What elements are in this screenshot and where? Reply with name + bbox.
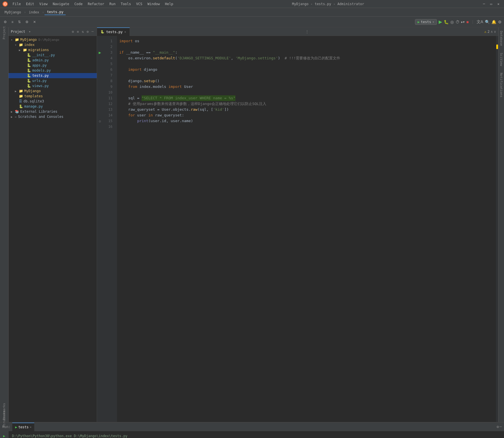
- structure-icon[interactable]: Structure: [1, 416, 7, 422]
- toolbar-settings-btn[interactable]: ⚙: [2, 19, 8, 25]
- run-tab-tests[interactable]: ▶ tests ✕: [12, 423, 34, 431]
- debug-button[interactable]: 🐛: [444, 20, 449, 24]
- menu-navigate[interactable]: Navigate: [51, 1, 72, 7]
- profile-button[interactable]: ⏱: [455, 20, 459, 24]
- coverage-button[interactable]: ◎: [450, 20, 454, 24]
- warning-marker: [496, 45, 498, 49]
- run-play-btn[interactable]: ▶: [1, 433, 7, 438]
- more-run-btn[interactable]: ▸▾: [461, 20, 465, 24]
- tree-item-tests[interactable]: ▶ 🐍 tests.py: [9, 73, 97, 78]
- editor-tab-label: tests.py: [106, 30, 123, 34]
- tree-label-admin: admin.py: [32, 58, 49, 62]
- code-area[interactable]: import os if __name__ == "__main__": os.…: [117, 36, 498, 422]
- tree-item-db[interactable]: ▶ 🗄 db.sqlite3: [9, 99, 97, 104]
- line-num-7: 7: [103, 72, 115, 78]
- breadcrumb-mydjango[interactable]: MyDjango: [2, 10, 23, 15]
- menu-run[interactable]: Run: [107, 1, 118, 7]
- menu-vcs[interactable]: VCS: [134, 1, 145, 7]
- tree-item-mydjango[interactable]: ▾ 📁 MyDjango D:\MyDjango: [9, 37, 97, 42]
- toolbar-more-btn[interactable]: ⚙: [24, 19, 30, 25]
- panel-settings-icon[interactable]: ⚙: [71, 29, 75, 34]
- minimize-button[interactable]: ─: [481, 1, 487, 7]
- tree-item-admin[interactable]: ▶ 🐍 admin.py: [9, 58, 97, 63]
- menu-view[interactable]: View: [37, 1, 50, 7]
- gutter-16: [97, 124, 103, 130]
- code-line-3: if __name__ == "__main__":: [119, 50, 498, 55]
- toolbar-commit-btn[interactable]: ≡: [10, 19, 15, 25]
- menu-window[interactable]: Window: [145, 1, 162, 7]
- gutter-12: [97, 101, 103, 107]
- line-num-16: 16: [103, 124, 115, 130]
- menu-tools[interactable]: Tools: [118, 1, 133, 7]
- close-button[interactable]: ✕: [495, 1, 502, 7]
- tree-item-migrations[interactable]: ▶ 📁 migrations: [9, 47, 97, 53]
- tree-item-views[interactable]: ▶ 🐍 views.py: [9, 83, 97, 88]
- tree-item-mydjango-sub[interactable]: ▶ 📁 MyDjango: [9, 88, 97, 94]
- panel-options-icon[interactable]: ⇅: [81, 29, 84, 34]
- code-line-1: import os: [119, 38, 498, 44]
- breadcrumb-tests[interactable]: tests.py: [45, 9, 66, 15]
- code-line-2: [119, 44, 498, 50]
- menu-refactor[interactable]: Refactor: [85, 1, 106, 7]
- run-content: ▶ ↑ 🔧 ↓ ■ ☰ ⊞ 🖨 📌 🗑 D:\Python\Python38\p…: [0, 431, 504, 438]
- translate-button[interactable]: 文A: [477, 19, 483, 25]
- tree-item-manage[interactable]: ▶ 🐍 manage.py: [9, 104, 97, 109]
- notification-button[interactable]: 🔔: [491, 20, 496, 24]
- panel-gear-icon[interactable]: ⚙: [86, 29, 90, 34]
- tree-item-init[interactable]: ▶ 🐍 __init__.py: [9, 53, 97, 58]
- folder-icon: 📁: [15, 38, 19, 42]
- settings-main-btn[interactable]: ⚙: [498, 20, 502, 24]
- tree-label-tests: tests.py: [32, 74, 49, 78]
- run-left-tools: ▶ ↑ 🔧 ↓ ■ ☰ ⊞ 🖨 📌 🗑: [0, 431, 9, 438]
- toolbar-right: ▶ tests ▾ ▶ 🐛 ◎ ⏱ ▸▾ ■ | 文A 🔍 🔔 ⚙: [415, 19, 502, 25]
- stop-button[interactable]: ■: [466, 20, 469, 24]
- code-line-13: raw_queryset = User.objects.raw(sql, ['k…: [119, 107, 498, 112]
- editor-tab-tests[interactable]: 🐍 tests.py ✕: [97, 27, 130, 36]
- gutter-5: [97, 61, 103, 67]
- tree-item-ext-libs[interactable]: ▶ 📚 External Libraries: [9, 109, 97, 114]
- sidebar-tab-sqleditor[interactable]: SciView: [499, 49, 504, 69]
- line-num-8: 8: [103, 78, 115, 84]
- breadcrumb-index[interactable]: index: [27, 10, 41, 15]
- project-tree: ▾ 📁 MyDjango D:\MyDjango ▾ 📁 index ▶ 📁 m…: [9, 36, 97, 422]
- run-panel-minimize-icon[interactable]: ─: [499, 425, 502, 429]
- run-button[interactable]: ▶: [439, 19, 442, 25]
- project-sidebar-icon[interactable]: Project: [1, 30, 7, 36]
- run-gutter-icon[interactable]: ▶: [99, 50, 101, 55]
- line-num-10: 10: [103, 90, 115, 95]
- run-tab-close[interactable]: ✕: [30, 425, 31, 429]
- toolbar-close-btn[interactable]: ✕: [32, 19, 37, 25]
- menu-code[interactable]: Code: [72, 1, 85, 7]
- folder-icon-index: 📁: [19, 43, 23, 47]
- tree-item-index[interactable]: ▾ 📁 index: [9, 42, 97, 47]
- editor-content: ▶ ○ 1 2 3: [97, 36, 498, 422]
- menu-help[interactable]: Help: [163, 1, 176, 7]
- pyfile-icon-apps: 🐍: [27, 63, 31, 67]
- restore-button[interactable]: ▭: [488, 1, 495, 7]
- menu-file[interactable]: File: [10, 1, 23, 7]
- menu-edit[interactable]: Edit: [24, 1, 37, 7]
- code-line-6: import django: [119, 67, 498, 72]
- tree-label-db: db.sqlite3: [23, 99, 44, 103]
- search-button[interactable]: 🔍: [485, 20, 490, 24]
- editor-tab-close[interactable]: ✕: [124, 30, 126, 33]
- tree-item-scratches[interactable]: ▶ ✏ Scratches and Consoles: [9, 114, 97, 119]
- run-config-selector[interactable]: ▶ tests ▾: [415, 19, 437, 25]
- editor-tab-more[interactable]: ⋮: [303, 30, 311, 34]
- panel-close-icon[interactable]: ─: [91, 29, 94, 34]
- tree-item-templates[interactable]: ▶ 📁 templates: [9, 94, 97, 99]
- sidebar-tab-notifications[interactable]: Notifications: [499, 69, 504, 101]
- tree-item-apps[interactable]: ▶ 🐍 apps.py: [9, 63, 97, 68]
- code-line-15: print(user.id, user.name): [119, 118, 498, 124]
- code-line-12: # 使用params参数来传递查询参数，这样Django会正确地处理它们以防止S…: [119, 101, 498, 107]
- run-panel-settings-icon[interactable]: ⚙: [497, 425, 499, 429]
- gutter-15[interactable]: ○: [97, 118, 103, 124]
- tree-item-urls[interactable]: ▶ 🐍 urls.py: [9, 78, 97, 83]
- panel-collapse-icon[interactable]: ≡: [76, 29, 80, 34]
- bookmark-gutter-icon: ○: [99, 120, 101, 123]
- tree-arrow-scratches: ▶: [11, 115, 15, 118]
- gutter-3[interactable]: ▶: [97, 50, 103, 55]
- toolbar-update-btn[interactable]: ⇅: [17, 19, 22, 25]
- sidebar-tab-database[interactable]: Database: [499, 27, 504, 49]
- tree-item-models[interactable]: ▶ 🐍 models.py: [9, 68, 97, 73]
